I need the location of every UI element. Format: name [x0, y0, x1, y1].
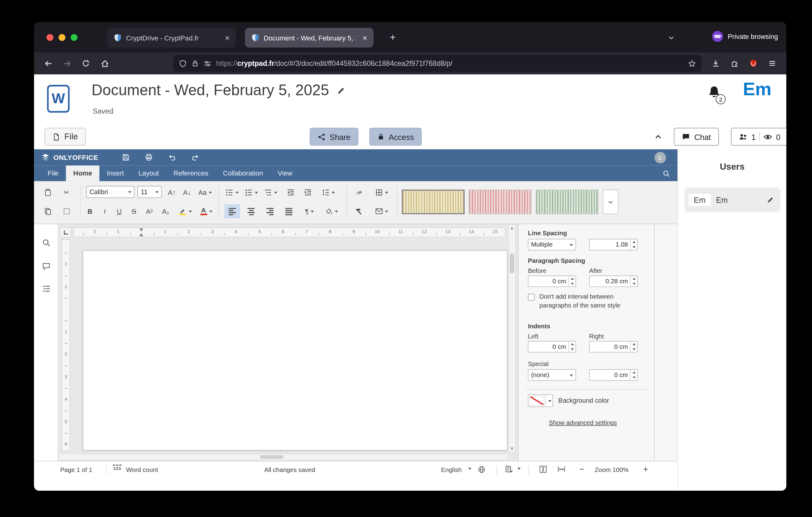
align-right-icon[interactable]	[262, 204, 278, 218]
increase-font-icon[interactable]: A↑	[165, 185, 179, 199]
superscript-icon[interactable]: A²	[142, 204, 157, 218]
background-color-picker[interactable]	[528, 394, 553, 407]
fit-page-icon[interactable]	[539, 465, 547, 473]
spacing-before-spinner[interactable]: 0 cm	[528, 275, 576, 287]
downloads-button[interactable]	[707, 55, 725, 72]
font-color-icon[interactable]: A	[196, 204, 216, 218]
home-button[interactable]	[96, 55, 114, 72]
menu-button[interactable]	[763, 55, 781, 72]
document-page[interactable]	[83, 250, 508, 450]
tab-list-chevron-icon[interactable]	[666, 32, 676, 43]
shading-icon[interactable]	[321, 204, 341, 218]
special-select[interactable]: (none)	[528, 370, 576, 381]
paragraph-style-preview[interactable]	[469, 190, 531, 214]
vertical-ruler[interactable]: 12123456	[62, 239, 70, 451]
document-title[interactable]: Document - Wed, February 5, 2025	[91, 82, 329, 99]
back-button[interactable]	[39, 55, 57, 72]
page-indicator[interactable]: Page 1 of 1	[60, 466, 92, 473]
spacing-after-spinner[interactable]: 0.28 cm	[589, 275, 638, 287]
extensions-button[interactable]	[726, 55, 744, 72]
menu-view[interactable]: View	[270, 165, 300, 181]
word-count-button[interactable]: Word count	[126, 466, 158, 473]
tab-close-icon[interactable]	[360, 33, 370, 43]
interval-checkbox[interactable]	[528, 294, 534, 300]
scroll-down-icon[interactable]: ▼	[509, 445, 515, 452]
bullets-icon[interactable]	[223, 185, 240, 199]
decrease-font-icon[interactable]: A↓	[180, 185, 194, 199]
menu-collaboration[interactable]: Collaboration	[216, 165, 270, 181]
find-icon[interactable]	[41, 237, 51, 248]
minimize-window-button[interactable]	[59, 34, 65, 41]
zoom-level[interactable]: Zoom 100%	[589, 466, 634, 473]
language-caret-icon[interactable]	[467, 466, 471, 471]
bold-icon[interactable]: B	[83, 204, 97, 218]
font-size-select[interactable]: 11	[138, 186, 162, 198]
print-icon[interactable]	[142, 151, 155, 164]
align-left-icon[interactable]	[225, 204, 240, 218]
line-spacing-value-spinner[interactable]: 1.08	[589, 239, 638, 250]
notifications-bell[interactable]: 2	[707, 84, 726, 105]
ublock-icon[interactable]	[744, 55, 762, 72]
participants-button[interactable]: 1 0	[731, 128, 786, 145]
save-icon[interactable]	[119, 151, 133, 164]
indent-right-spinner[interactable]: 0 cm	[589, 341, 638, 353]
menu-layout[interactable]: Layout	[131, 165, 167, 181]
indent-icon[interactable]	[301, 185, 315, 199]
collapse-toolbar-chevron-icon[interactable]	[650, 129, 666, 144]
special-by-spinner[interactable]: 0 cm	[589, 370, 638, 381]
paragraph-style-preview[interactable]	[402, 190, 464, 214]
align-center-icon[interactable]	[243, 204, 259, 218]
account-name[interactable]: Em	[743, 79, 771, 100]
menu-references[interactable]: References	[166, 165, 216, 181]
horizontal-scroll-thumb[interactable]	[260, 455, 284, 459]
spellcheck-caret-icon[interactable]	[517, 466, 521, 471]
strikethrough-icon[interactable]: S	[127, 204, 141, 218]
menu-insert[interactable]: Insert	[99, 165, 131, 181]
lock-icon[interactable]	[192, 60, 199, 67]
new-tab-button[interactable]: +	[385, 30, 400, 45]
collaborator-avatar[interactable]: E	[655, 152, 666, 163]
copy-style-icon[interactable]	[351, 204, 367, 218]
paste-icon[interactable]	[40, 185, 55, 199]
indent-left-spinner[interactable]: 0 cm	[528, 341, 576, 353]
browser-tab-cryptdrive[interactable]: CryptDrive - CryptPad.fr	[107, 28, 236, 48]
menu-file[interactable]: File	[40, 165, 66, 181]
word-count-icon[interactable]: 123	[111, 465, 123, 471]
align-justify-icon[interactable]	[281, 204, 296, 218]
file-menu-button[interactable]: File	[45, 128, 86, 145]
subscript-icon[interactable]: A₂	[158, 204, 173, 218]
edit-user-pencil-icon[interactable]	[766, 196, 774, 204]
advanced-settings-link[interactable]: Show advanced settings	[528, 419, 638, 426]
multilevel-list-icon[interactable]	[262, 185, 279, 199]
fit-width-icon[interactable]	[557, 465, 566, 473]
language-selector[interactable]: English	[441, 466, 462, 473]
numbering-icon[interactable]	[242, 185, 260, 199]
nonprinting-characters-icon[interactable]: ¶	[300, 204, 319, 218]
chat-button[interactable]: Chat	[674, 128, 719, 145]
access-button[interactable]: Access	[369, 128, 422, 145]
reload-button[interactable]	[77, 55, 94, 72]
zoom-out-button[interactable]: −	[577, 465, 586, 474]
line-spacing-icon[interactable]	[319, 185, 338, 199]
select-all-icon[interactable]	[59, 204, 74, 218]
close-window-button[interactable]	[47, 34, 53, 41]
url-bar[interactable]: https://cryptpad.fr/doc/#/3/doc/edit/ff0…	[173, 55, 701, 72]
edit-title-pencil-icon[interactable]	[337, 86, 346, 95]
undo-icon[interactable]	[165, 151, 179, 164]
user-list-item[interactable]: Em Em	[685, 187, 781, 212]
spellcheck-icon[interactable]	[505, 465, 513, 473]
permissions-icon[interactable]	[203, 59, 211, 67]
search-icon[interactable]	[662, 165, 670, 181]
tab-close-icon[interactable]	[223, 33, 232, 43]
style-gallery-expand-icon[interactable]	[603, 190, 618, 214]
vertical-scrollbar[interactable]: ▲ ▼	[508, 224, 516, 453]
url-text[interactable]: https://cryptpad.fr/doc/#/3/doc/edit/ff0…	[216, 59, 683, 67]
font-name-select[interactable]: Calibri	[86, 186, 134, 198]
zoom-window-button[interactable]	[71, 34, 78, 41]
comments-icon[interactable]	[41, 261, 51, 271]
forward-button[interactable]	[58, 55, 76, 72]
browser-tab-document[interactable]: Document - Wed, February 5, 2025	[245, 28, 374, 48]
line-spacing-select[interactable]: Multiple	[528, 239, 576, 250]
change-case-icon[interactable]: Aa	[195, 185, 215, 199]
scroll-up-icon[interactable]: ▲	[509, 225, 515, 232]
